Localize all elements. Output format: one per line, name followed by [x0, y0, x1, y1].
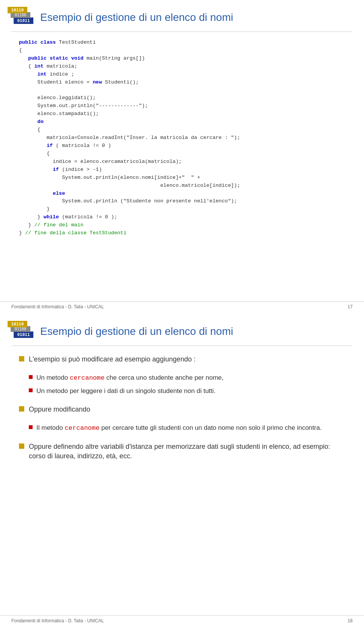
- bullet-2: Oppure modificando: [19, 405, 345, 414]
- code-line: do: [19, 118, 345, 126]
- bullet-2-text: Oppure modificando: [29, 405, 90, 414]
- bullet-3: Oppure definendo altre variabili d'istan…: [19, 442, 345, 461]
- code-line: int indice ;: [19, 71, 345, 79]
- code-line: matricola=Console.readInt("Inser. la mat…: [19, 134, 345, 142]
- code-block: public class TestStudenti { public stati…: [19, 39, 345, 237]
- bullet-1-2-text: Un metodo per leggere i dati di un singo…: [36, 387, 216, 396]
- slide-2-footer: Fondamenti di Informatica - D. Talia - U…: [0, 615, 364, 623]
- code-line: indice = elenco.cercamatricola(matricola…: [19, 158, 345, 166]
- code-line: elenco.matricole[indice]);: [19, 182, 345, 190]
- bullet-2-1-icon: [29, 425, 33, 429]
- code-line: System.out.println("-------------");: [19, 102, 345, 110]
- cercanome-1: cercanome: [70, 374, 105, 382]
- code-line: System.out.println ("Studente non presen…: [19, 197, 345, 205]
- code-line: else: [19, 190, 345, 198]
- bullet-1-2-icon: [29, 388, 33, 392]
- code-line: elenco.leggidati();: [19, 94, 345, 102]
- code-line: }: [19, 205, 345, 213]
- code-line: {: [19, 126, 345, 134]
- logo-top: 10110: [8, 7, 27, 13]
- bullet-area: L'esempio si può modificare ad esempio a…: [0, 349, 364, 490]
- code-area: public class TestStudenti { public stati…: [8, 35, 356, 241]
- code-line: elenco.stampadati();: [19, 110, 345, 118]
- footer-page-2: 18: [348, 618, 353, 623]
- bullet-1: L'esempio si può modificare ad esempio a…: [19, 355, 345, 364]
- slide-1-header: 10110 01100 01011 Esempio di gestione di…: [0, 0, 364, 32]
- logo-top-2: 10110: [8, 321, 27, 327]
- slide-2-divider: [11, 346, 353, 346]
- bullet-3-icon: [19, 443, 24, 449]
- code-line: } while (matricola != 0 );: [19, 213, 345, 221]
- footer-left-1: Fondamenti di Informatica - D. Talia - U…: [11, 304, 104, 309]
- code-line: } // fine della classe TestStudenti: [19, 229, 345, 237]
- bullet-1-text: L'esempio si può modificare ad esempio a…: [29, 355, 196, 364]
- code-line: if ( matricola != 0 ): [19, 142, 345, 150]
- bullet-1-icon: [19, 356, 24, 361]
- bullet-1-1-icon: [29, 375, 33, 379]
- code-line: {: [19, 47, 345, 55]
- bullet-1-1-text: Un metodo cercanome che cerca uno studen…: [36, 373, 223, 383]
- slide-1-title: Esempio di gestione di un elenco di nomi: [40, 11, 233, 24]
- bullet-1-2: Un metodo per leggere i dati di un singo…: [29, 387, 345, 396]
- footer-page-1: 17: [348, 304, 353, 309]
- bullet-3-text: Oppure definendo altre variabili d'istan…: [29, 442, 345, 461]
- footer-left-2: Fondamenti di Informatica - D. Talia - U…: [11, 618, 104, 623]
- slide-2: 10110 01100 01011 Esempio di gestione di…: [0, 314, 364, 628]
- logo-block-2: 10110 01100 01011: [8, 321, 33, 342]
- logo-bot: 01011: [14, 17, 33, 24]
- slide-2-header: 10110 01100 01011 Esempio di gestione di…: [0, 314, 364, 346]
- code-line: public static void main(String args[]): [19, 55, 345, 63]
- bullet-2-1: Il metodo cercanome per cercare tutte gl…: [29, 423, 345, 433]
- bullet-2-1-text: Il metodo cercanome per cercare tutte gl…: [36, 423, 322, 433]
- cercanome-2: cercanome: [65, 424, 100, 432]
- slide-1: 10110 01100 01011 Esempio di gestione di…: [0, 0, 364, 314]
- code-line: System.out.println(elenco.nomi[indice]+"…: [19, 174, 345, 182]
- bullet-2-icon: [19, 406, 24, 412]
- code-line: { int matricola;: [19, 63, 345, 71]
- code-line: public class TestStudenti: [19, 39, 345, 47]
- slide-2-title: Esempio di gestione di un elenco di nomi: [40, 325, 233, 338]
- code-line: if (indice > -1): [19, 166, 345, 174]
- code-line: Studenti elenco = new Studenti();: [19, 79, 345, 87]
- logo-block-1: 10110 01100 01011: [8, 7, 33, 28]
- code-line: [19, 87, 345, 95]
- code-line: } // fine del main: [19, 221, 345, 229]
- slide-1-footer: Fondamenti di Informatica - D. Talia - U…: [0, 301, 364, 309]
- bullet-1-1: Un metodo cercanome che cerca uno studen…: [29, 373, 345, 383]
- slide-1-divider: [11, 32, 353, 32]
- logo-bot-2: 01011: [14, 331, 33, 338]
- code-line: {: [19, 150, 345, 158]
